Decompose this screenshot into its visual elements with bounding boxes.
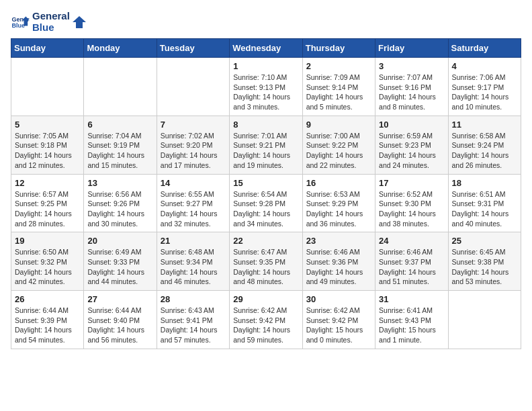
day-info: Sunrise: 7:05 AM Sunset: 9:18 PM Dayligh… xyxy=(15,131,80,171)
calendar-cell: 12Sunrise: 6:57 AM Sunset: 9:25 PM Dayli… xyxy=(11,174,84,232)
day-number: 20 xyxy=(87,236,152,246)
calendar-week-row: 12Sunrise: 6:57 AM Sunset: 9:25 PM Dayli… xyxy=(11,174,521,232)
calendar-cell: 6Sunrise: 7:04 AM Sunset: 9:19 PM Daylig… xyxy=(84,116,157,174)
day-info: Sunrise: 7:06 AM Sunset: 9:17 PM Dayligh… xyxy=(452,73,517,112)
day-info: Sunrise: 6:43 AM Sunset: 9:41 PM Dayligh… xyxy=(161,306,226,345)
calendar-cell: 24Sunrise: 6:46 AM Sunset: 9:37 PM Dayli… xyxy=(375,232,448,291)
logo-icon: General Blue xyxy=(11,13,30,32)
day-info: Sunrise: 6:44 AM Sunset: 9:40 PM Dayligh… xyxy=(87,306,152,345)
day-number: 24 xyxy=(379,236,444,246)
day-info: Sunrise: 6:56 AM Sunset: 9:26 PM Dayligh… xyxy=(87,189,152,229)
day-info: Sunrise: 6:48 AM Sunset: 9:34 PM Dayligh… xyxy=(161,247,226,287)
day-number: 6 xyxy=(87,120,152,130)
calendar-cell: 15Sunrise: 6:54 AM Sunset: 9:28 PM Dayli… xyxy=(230,174,302,232)
logo: General Blue General Blue xyxy=(11,11,87,33)
day-number: 25 xyxy=(452,236,517,246)
calendar-cell: 1Sunrise: 7:10 AM Sunset: 9:13 PM Daylig… xyxy=(230,58,302,116)
calendar-header-row: SundayMondayTuesdayWednesdayThursdayFrid… xyxy=(11,39,521,58)
calendar-cell: 7Sunrise: 7:02 AM Sunset: 9:20 PM Daylig… xyxy=(157,116,229,174)
calendar-cell: 26Sunrise: 6:44 AM Sunset: 9:39 PM Dayli… xyxy=(11,291,84,349)
day-info: Sunrise: 6:45 AM Sunset: 9:38 PM Dayligh… xyxy=(452,247,517,287)
svg-marker-3 xyxy=(73,16,86,28)
day-info: Sunrise: 7:00 AM Sunset: 9:22 PM Dayligh… xyxy=(306,131,371,171)
calendar-cell: 10Sunrise: 6:59 AM Sunset: 9:23 PM Dayli… xyxy=(375,116,448,174)
day-info: Sunrise: 6:52 AM Sunset: 9:30 PM Dayligh… xyxy=(379,189,444,229)
day-number: 23 xyxy=(306,236,371,246)
day-info: Sunrise: 6:42 AM Sunset: 9:42 PM Dayligh… xyxy=(233,306,298,345)
weekday-header-monday: Monday xyxy=(84,39,157,58)
day-info: Sunrise: 7:01 AM Sunset: 9:21 PM Dayligh… xyxy=(233,131,298,171)
calendar-cell: 19Sunrise: 6:50 AM Sunset: 9:32 PM Dayli… xyxy=(11,232,84,291)
calendar-cell: 14Sunrise: 6:55 AM Sunset: 9:27 PM Dayli… xyxy=(157,174,229,232)
calendar-cell xyxy=(157,58,229,116)
weekday-header-sunday: Sunday xyxy=(11,39,84,58)
calendar-week-row: 5Sunrise: 7:05 AM Sunset: 9:18 PM Daylig… xyxy=(11,116,521,174)
day-number: 26 xyxy=(15,294,80,304)
day-number: 3 xyxy=(379,61,444,71)
calendar-cell: 2Sunrise: 7:09 AM Sunset: 9:14 PM Daylig… xyxy=(302,58,375,116)
day-number: 11 xyxy=(452,120,517,130)
day-number: 18 xyxy=(452,178,517,188)
day-info: Sunrise: 6:54 AM Sunset: 9:28 PM Dayligh… xyxy=(233,189,298,229)
weekday-header-wednesday: Wednesday xyxy=(230,39,302,58)
day-info: Sunrise: 7:10 AM Sunset: 9:13 PM Dayligh… xyxy=(233,73,298,112)
day-info: Sunrise: 7:04 AM Sunset: 9:19 PM Dayligh… xyxy=(87,131,152,171)
calendar-cell: 27Sunrise: 6:44 AM Sunset: 9:40 PM Dayli… xyxy=(84,291,157,349)
calendar-cell xyxy=(11,58,84,116)
day-number: 16 xyxy=(306,178,371,188)
day-info: Sunrise: 6:49 AM Sunset: 9:33 PM Dayligh… xyxy=(87,247,152,287)
calendar-week-row: 26Sunrise: 6:44 AM Sunset: 9:39 PM Dayli… xyxy=(11,291,521,349)
day-info: Sunrise: 6:44 AM Sunset: 9:39 PM Dayligh… xyxy=(15,306,80,345)
day-number: 13 xyxy=(87,178,152,188)
calendar-cell: 4Sunrise: 7:06 AM Sunset: 9:17 PM Daylig… xyxy=(448,58,521,116)
day-info: Sunrise: 6:55 AM Sunset: 9:27 PM Dayligh… xyxy=(161,189,226,229)
calendar-cell: 20Sunrise: 6:49 AM Sunset: 9:33 PM Dayli… xyxy=(84,232,157,291)
calendar-cell: 13Sunrise: 6:56 AM Sunset: 9:26 PM Dayli… xyxy=(84,174,157,232)
calendar-week-row: 1Sunrise: 7:10 AM Sunset: 9:13 PM Daylig… xyxy=(11,58,521,116)
calendar-cell: 8Sunrise: 7:01 AM Sunset: 9:21 PM Daylig… xyxy=(230,116,302,174)
day-info: Sunrise: 7:07 AM Sunset: 9:16 PM Dayligh… xyxy=(379,73,444,112)
day-number: 8 xyxy=(233,120,298,130)
day-info: Sunrise: 6:50 AM Sunset: 9:32 PM Dayligh… xyxy=(15,247,80,287)
day-info: Sunrise: 7:09 AM Sunset: 9:14 PM Dayligh… xyxy=(306,73,371,112)
day-number: 28 xyxy=(161,294,226,304)
calendar-cell xyxy=(84,58,157,116)
day-number: 30 xyxy=(306,294,371,304)
day-info: Sunrise: 6:53 AM Sunset: 9:29 PM Dayligh… xyxy=(306,189,371,229)
day-number: 1 xyxy=(233,61,298,71)
day-number: 19 xyxy=(15,236,80,246)
calendar-cell: 17Sunrise: 6:52 AM Sunset: 9:30 PM Dayli… xyxy=(375,174,448,232)
calendar-cell: 25Sunrise: 6:45 AM Sunset: 9:38 PM Dayli… xyxy=(448,232,521,291)
calendar-cell: 11Sunrise: 6:58 AM Sunset: 9:24 PM Dayli… xyxy=(448,116,521,174)
page-header: General Blue General Blue xyxy=(11,11,521,33)
calendar-cell: 5Sunrise: 7:05 AM Sunset: 9:18 PM Daylig… xyxy=(11,116,84,174)
day-info: Sunrise: 7:02 AM Sunset: 9:20 PM Dayligh… xyxy=(161,131,226,171)
day-info: Sunrise: 6:46 AM Sunset: 9:36 PM Dayligh… xyxy=(306,247,371,287)
day-number: 31 xyxy=(379,294,444,304)
day-info: Sunrise: 6:47 AM Sunset: 9:35 PM Dayligh… xyxy=(233,247,298,287)
day-number: 12 xyxy=(15,178,80,188)
day-info: Sunrise: 6:46 AM Sunset: 9:37 PM Dayligh… xyxy=(379,247,444,287)
calendar-cell: 9Sunrise: 7:00 AM Sunset: 9:22 PM Daylig… xyxy=(302,116,375,174)
day-number: 22 xyxy=(233,236,298,246)
day-info: Sunrise: 6:41 AM Sunset: 9:43 PM Dayligh… xyxy=(379,306,444,345)
day-number: 15 xyxy=(233,178,298,188)
calendar-week-row: 19Sunrise: 6:50 AM Sunset: 9:32 PM Dayli… xyxy=(11,232,521,291)
logo-general: General xyxy=(32,11,70,22)
day-number: 14 xyxy=(161,178,226,188)
calendar-cell: 30Sunrise: 6:42 AM Sunset: 9:42 PM Dayli… xyxy=(302,291,375,349)
calendar-cell: 18Sunrise: 6:51 AM Sunset: 9:31 PM Dayli… xyxy=(448,174,521,232)
day-number: 5 xyxy=(15,120,80,130)
logo-blue: Blue xyxy=(32,22,70,34)
day-number: 21 xyxy=(161,236,226,246)
calendar-cell: 23Sunrise: 6:46 AM Sunset: 9:36 PM Dayli… xyxy=(302,232,375,291)
day-number: 29 xyxy=(233,294,298,304)
weekday-header-friday: Friday xyxy=(375,39,448,58)
calendar-table: SundayMondayTuesdayWednesdayThursdayFrid… xyxy=(11,38,521,349)
day-info: Sunrise: 6:57 AM Sunset: 9:25 PM Dayligh… xyxy=(15,189,80,229)
weekday-header-saturday: Saturday xyxy=(448,39,521,58)
day-number: 10 xyxy=(379,120,444,130)
day-number: 2 xyxy=(306,61,371,71)
day-info: Sunrise: 6:42 AM Sunset: 9:42 PM Dayligh… xyxy=(306,306,371,345)
day-number: 27 xyxy=(87,294,152,304)
